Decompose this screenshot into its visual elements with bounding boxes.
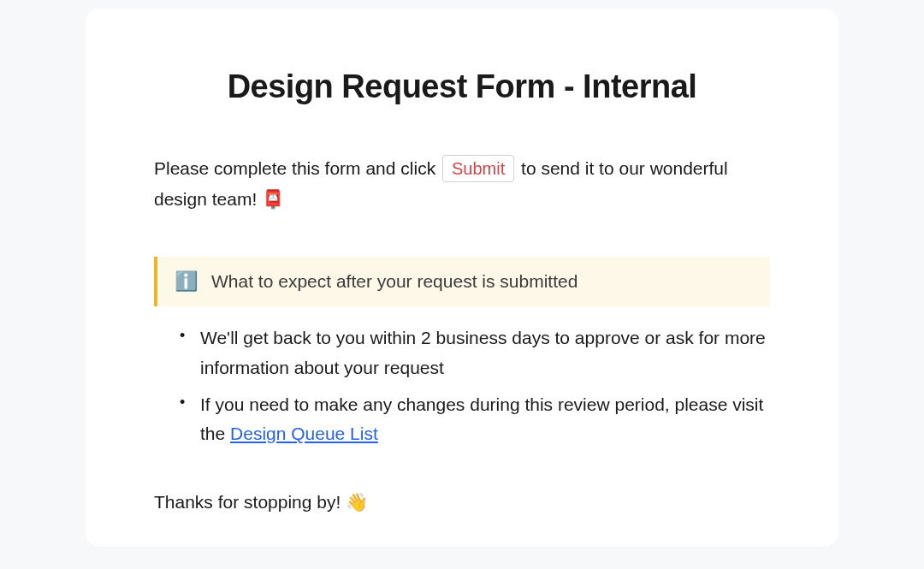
submit-chip: Submit bbox=[442, 155, 514, 182]
list-item-text: We'll get back to you within 2 business … bbox=[200, 328, 766, 377]
intro-paragraph: Please complete this form and click Subm… bbox=[154, 153, 770, 214]
closing-text: Thanks for stopping by! 👋 bbox=[154, 492, 770, 513]
design-queue-link[interactable]: Design Queue List bbox=[230, 424, 378, 443]
callout-text: What to expect after your request is sub… bbox=[211, 271, 578, 292]
page-title: Design Request Form - Internal bbox=[154, 68, 770, 105]
form-card: Design Request Form - Internal Please co… bbox=[86, 9, 838, 547]
list-item: We'll get back to you within 2 business … bbox=[180, 323, 770, 382]
info-icon: ℹ️ bbox=[175, 270, 198, 293]
expectation-list: We'll get back to you within 2 business … bbox=[154, 323, 770, 449]
intro-text-before: Please complete this form and click bbox=[154, 158, 441, 178]
list-item: If you need to make any changes during t… bbox=[180, 390, 770, 449]
info-callout: ℹ️ What to expect after your request is … bbox=[154, 257, 770, 306]
